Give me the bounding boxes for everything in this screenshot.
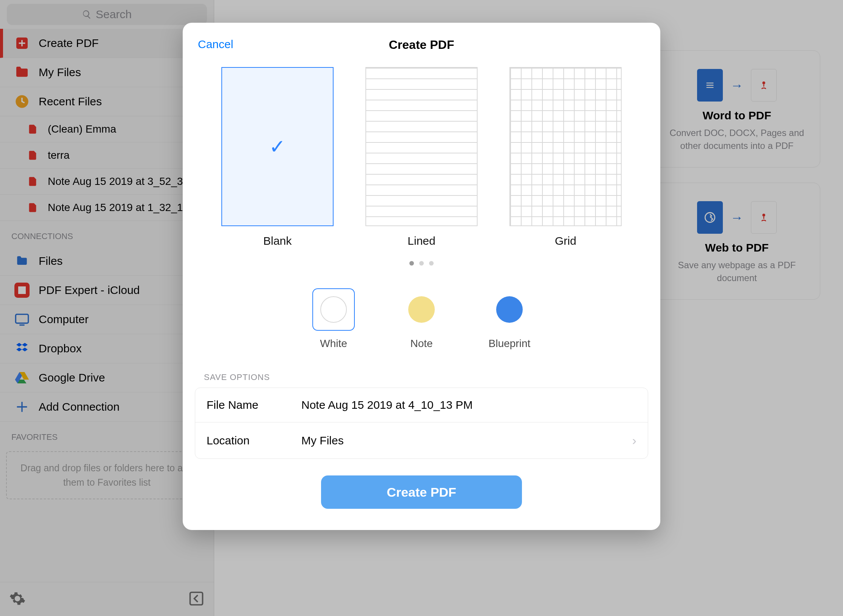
modal-title: Create PDF	[389, 38, 454, 52]
color-blueprint[interactable]: Blueprint	[488, 288, 531, 350]
modal-overlay: Cancel Create PDF ✓ Blank Lined Grid	[0, 0, 843, 616]
location-value: My Files	[301, 434, 632, 447]
template-preview-grid	[509, 67, 622, 226]
modal-header: Cancel Create PDF	[183, 38, 660, 67]
chevron-right-icon: ›	[632, 433, 636, 448]
color-swatch-icon	[408, 296, 435, 323]
file-name-label: File Name	[207, 399, 301, 411]
create-pdf-modal: Cancel Create PDF ✓ Blank Lined Grid	[183, 23, 660, 530]
template-preview-blank: ✓	[221, 67, 334, 226]
location-label: Location	[207, 434, 301, 447]
color-note[interactable]: Note	[400, 288, 443, 350]
save-options-label: SAVE OPTIONS	[183, 350, 660, 388]
color-swatch-icon	[496, 296, 523, 323]
template-label: Blank	[221, 235, 334, 247]
template-lined[interactable]: Lined	[365, 67, 478, 247]
save-options: File Name Location My Files ›	[195, 388, 648, 459]
template-preview-lined	[365, 67, 478, 226]
color-picker: White Note Blueprint	[183, 288, 660, 350]
template-label: Grid	[509, 235, 622, 247]
page-dot[interactable]	[429, 261, 434, 266]
color-label: Blueprint	[488, 338, 531, 350]
page-dot[interactable]	[419, 261, 424, 266]
template-blank[interactable]: ✓ Blank	[221, 67, 334, 247]
page-indicator	[183, 261, 660, 266]
color-swatch-icon	[320, 296, 347, 323]
template-label: Lined	[365, 235, 478, 247]
color-label: White	[312, 338, 355, 350]
template-grid[interactable]: Grid	[509, 67, 622, 247]
file-name-input[interactable]	[301, 399, 636, 411]
color-white[interactable]: White	[312, 288, 355, 350]
check-icon: ✓	[269, 135, 286, 158]
color-label: Note	[400, 338, 443, 350]
create-pdf-button[interactable]: Create PDF	[321, 475, 522, 509]
file-name-row: File Name	[195, 388, 648, 422]
template-picker: ✓ Blank Lined Grid	[183, 67, 660, 247]
page-dot[interactable]	[409, 261, 414, 266]
location-row[interactable]: Location My Files ›	[195, 422, 648, 458]
cancel-button[interactable]: Cancel	[198, 38, 233, 51]
